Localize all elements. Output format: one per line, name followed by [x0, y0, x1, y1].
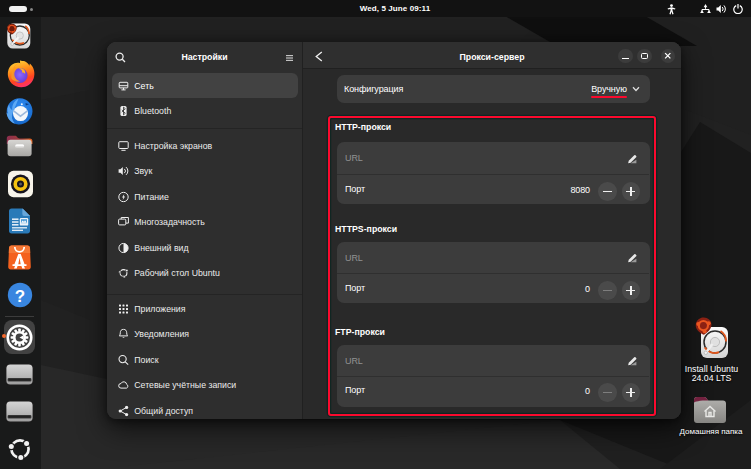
svg-text:?: ? — [15, 286, 25, 305]
